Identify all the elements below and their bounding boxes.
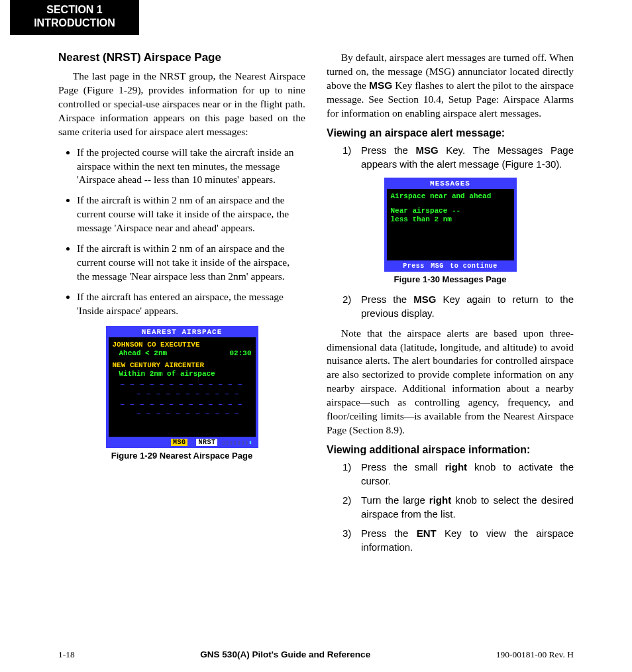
- subhead-view-additional: Viewing additional airspace information:: [327, 444, 574, 456]
- right-p1: By default, airspace alert messages are …: [327, 51, 574, 121]
- msg-key: MSG: [415, 144, 438, 156]
- airspace-1-status-row: Ahead < 2nm 02:30: [113, 349, 252, 357]
- screen-body: Airspace near and ahead Near airspace --…: [386, 188, 515, 261]
- text: Turn the large: [361, 494, 429, 506]
- intro-paragraph: The last page in the NRST group, the Nea…: [58, 70, 305, 139]
- list-item: If the aircraft has entered an airspace,…: [77, 290, 305, 318]
- text: Press the: [361, 528, 417, 539]
- divider: — — — — — — — — — — —: [126, 411, 252, 418]
- airspace-1-time: 02:30: [229, 349, 251, 357]
- section-tab: SECTION 1 INTRODUCTION: [10, 0, 139, 35]
- airspace-2-status: Within 2nm of airspace: [119, 370, 215, 378]
- list-item: If the projected course will take the ai…: [77, 146, 305, 188]
- ent-key: ENT: [417, 528, 437, 539]
- msg-key: MSG: [369, 80, 392, 91]
- bullet-list: If the projected course will take the ai…: [77, 146, 305, 318]
- step: Press the small right knob to activate t…: [342, 460, 574, 488]
- steps-view-additional: Press the small right knob to activate t…: [342, 460, 574, 554]
- page-ticks: ▯▯▯▯▯▯▯▮: [222, 439, 253, 445]
- screen-title: NEAREST AIRSPACE: [107, 327, 257, 337]
- divider: — — — — — — — — — — — — —: [113, 402, 252, 408]
- text: Press the small: [361, 461, 445, 473]
- airspace-1-status: Ahead < 2nm: [119, 349, 168, 357]
- airspace-1-name: JOHNSON CO EXECUTIVE: [113, 341, 252, 349]
- msg-tag: MSG: [171, 439, 188, 446]
- screen-body: JOHNSON CO EXECUTIVE Ahead < 2nm 02:30 N…: [108, 337, 256, 437]
- right-knob: right: [429, 494, 451, 506]
- right-p2: Note that the airspace alerts are based …: [327, 327, 574, 437]
- nrst-tag: NRST: [196, 439, 217, 446]
- section-tab-line2: INTRODUCTION: [23, 17, 126, 30]
- list-item: If the aircraft is within 2 nm of an air…: [77, 242, 305, 284]
- msg-key: MSG: [413, 294, 436, 305]
- steps-view-alert: Press the MSG Key. The Messages Page app…: [342, 143, 574, 171]
- left-column: Nearest (NRST) Airspace Page The last pa…: [58, 51, 305, 561]
- page-footer: 1-18 GNS 530(A) Pilot's Guide and Refere…: [0, 649, 632, 660]
- right-knob: right: [445, 461, 467, 473]
- text: Press the: [361, 144, 415, 156]
- step: Press the MSG Key again to return to the…: [342, 292, 574, 320]
- doc-revision: 190-00181-00 Rev. H: [496, 649, 574, 660]
- right-column: By default, airspace alert messages are …: [327, 51, 574, 561]
- step: Turn the large right knob to select the …: [342, 493, 574, 521]
- divider: — — — — — — — — — — —: [126, 391, 252, 398]
- footer-title: GNS 530(A) Pilot's Guide and Reference: [200, 649, 370, 660]
- msg-box: MSG: [429, 262, 446, 270]
- msg-line-3: less than 2 nm: [391, 215, 510, 223]
- text: to continue: [450, 262, 498, 270]
- divider: — — — — — — — — — — — — —: [113, 382, 252, 388]
- step: Press the MSG Key. The Messages Page app…: [342, 143, 574, 171]
- step: Press the ENT Key to view the airspace i…: [342, 526, 574, 554]
- list-item: If the aircraft is within 2 nm of an air…: [77, 194, 305, 235]
- text: Press: [403, 262, 425, 270]
- page-number: 1-18: [58, 649, 75, 660]
- screen-prompt: Press MSG to continue: [386, 262, 515, 270]
- airspace-2-status-row: Within 2nm of airspace: [113, 370, 252, 378]
- section-tab-line1: SECTION 1: [23, 3, 126, 17]
- figure-1-30-caption: Figure 1-30 Messages Page: [327, 274, 574, 284]
- figure-1-30-screen: MESSAGES Airspace near and ahead Near ai…: [384, 178, 517, 272]
- screen-bottom-bar: MSG NRST ▯▯▯▯▯▯▯▮: [107, 438, 257, 447]
- subhead-view-alert: Viewing an airspace alert message:: [327, 127, 574, 139]
- screen-title: MESSAGES: [386, 179, 515, 188]
- msg-line-1: Airspace near and ahead: [391, 192, 510, 200]
- heading-nrst: Nearest (NRST) Airspace Page: [58, 51, 305, 64]
- page-body: Nearest (NRST) Airspace Page The last pa…: [0, 35, 632, 561]
- msg-line-2: Near airspace --: [391, 207, 510, 215]
- steps-view-alert-cont: Press the MSG Key again to return to the…: [342, 292, 574, 320]
- figure-1-29-screen: NEAREST AIRSPACE JOHNSON CO EXECUTIVE Ah…: [106, 326, 258, 448]
- airspace-2-name: NEW CENTURY AIRCENTER: [113, 361, 252, 369]
- text: Press the: [361, 294, 413, 305]
- figure-1-29-caption: Figure 1-29 Nearest Airspace Page: [58, 451, 305, 461]
